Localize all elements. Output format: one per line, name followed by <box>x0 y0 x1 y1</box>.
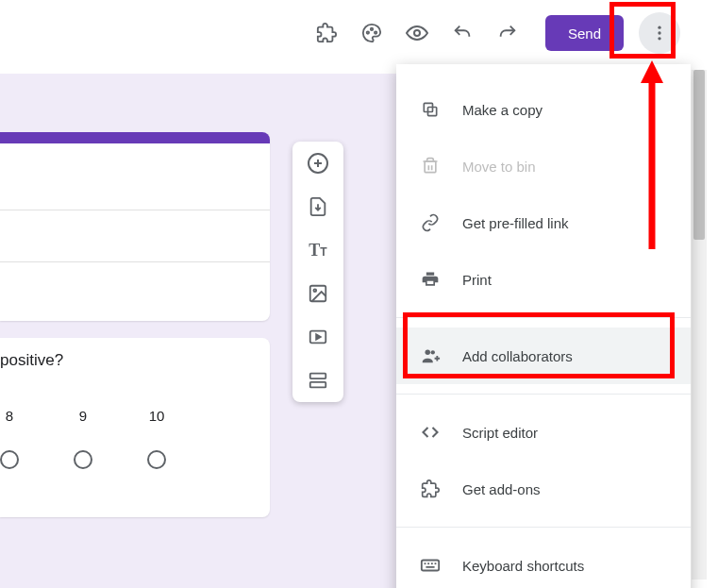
send-button[interactable]: Send <box>545 15 624 51</box>
menu-prefilled-link[interactable]: Get pre-filled link <box>396 194 691 251</box>
more-options-button[interactable] <box>639 12 680 54</box>
menu-item-label: Script editor <box>462 425 538 441</box>
keyboard-icon <box>419 554 442 577</box>
video-icon <box>308 327 328 347</box>
menu-item-label: Print <box>462 272 492 288</box>
undo-icon <box>452 23 473 43</box>
radio-icon[interactable] <box>147 450 166 469</box>
svg-rect-12 <box>310 382 326 388</box>
image-icon <box>308 283 328 304</box>
plus-circle-icon <box>307 152 329 175</box>
svg-rect-11 <box>310 374 326 379</box>
people-add-icon <box>419 344 442 367</box>
menu-divider <box>396 394 691 395</box>
add-question-button[interactable] <box>306 151 330 176</box>
svg-rect-19 <box>425 563 426 564</box>
theme-icon-button[interactable] <box>353 14 391 52</box>
form-accent-bar <box>0 132 270 143</box>
file-import-icon <box>308 196 328 217</box>
add-section-button[interactable] <box>306 368 330 393</box>
menu-item-label: Add collaborators <box>462 348 573 364</box>
svg-rect-20 <box>427 563 429 564</box>
addons-icon-button[interactable] <box>308 14 345 52</box>
svg-rect-23 <box>426 566 434 568</box>
svg-point-0 <box>367 31 369 33</box>
more-vert-icon <box>650 24 669 42</box>
scrollbar-thumb[interactable] <box>693 70 705 240</box>
svg-rect-18 <box>422 561 439 571</box>
linear-scale: 8 9 10 <box>0 408 270 469</box>
radio-icon[interactable] <box>74 450 92 469</box>
print-icon <box>419 268 442 291</box>
add-video-button[interactable] <box>306 325 330 349</box>
menu-item-label: Keyboard shortcuts <box>462 558 584 574</box>
svg-rect-21 <box>431 563 433 564</box>
floating-toolbar: TT <box>292 142 343 402</box>
menu-item-label: Get pre-filled link <box>462 215 569 231</box>
eye-icon <box>406 22 428 44</box>
add-image-button[interactable] <box>306 281 330 306</box>
palette-icon <box>361 23 382 43</box>
text-icon: TT <box>309 241 326 260</box>
scale-option[interactable]: 9 <box>74 408 92 469</box>
menu-print[interactable]: Print <box>396 251 691 308</box>
svg-point-9 <box>313 289 316 292</box>
svg-rect-22 <box>435 563 437 564</box>
menu-item-label: Get add-ons <box>462 481 541 497</box>
trash-icon <box>419 155 442 177</box>
menu-script-editor[interactable]: Script editor <box>396 404 691 461</box>
menu-make-copy[interactable]: Make a copy <box>396 81 691 138</box>
code-icon <box>419 421 442 444</box>
svg-point-1 <box>371 28 373 30</box>
vertical-scrollbar[interactable] <box>692 70 707 580</box>
svg-point-2 <box>375 31 376 33</box>
question-card[interactable]: positive? 8 9 10 <box>0 338 270 517</box>
menu-divider <box>396 527 691 528</box>
svg-rect-15 <box>425 161 436 173</box>
svg-point-16 <box>426 350 431 356</box>
scale-option[interactable]: 8 <box>0 408 19 469</box>
question-text: positive? <box>0 351 270 370</box>
import-questions-button[interactable] <box>306 194 330 219</box>
undo-icon-button[interactable] <box>443 14 481 52</box>
puzzle-icon <box>419 478 442 500</box>
preview-icon-button[interactable] <box>398 14 436 52</box>
menu-item-label: Move to bin <box>462 159 536 175</box>
section-icon <box>308 370 328 391</box>
menu-keyboard-shortcuts[interactable]: Keyboard shortcuts <box>396 537 691 588</box>
menu-item-label: Make a copy <box>462 102 543 118</box>
copy-icon <box>419 98 442 121</box>
menu-get-addons[interactable]: Get add-ons <box>396 461 691 517</box>
menu-divider <box>396 317 691 318</box>
more-options-menu: Make a copy Move to bin Get pre-filled l… <box>396 64 691 588</box>
svg-point-17 <box>431 350 435 354</box>
radio-icon[interactable] <box>0 450 19 469</box>
top-toolbar: Send <box>0 9 718 57</box>
link-icon <box>419 211 442 234</box>
redo-icon-button[interactable] <box>489 14 526 52</box>
form-header-card[interactable] <box>0 132 270 321</box>
scale-option[interactable]: 10 <box>147 408 166 469</box>
svg-point-6 <box>658 37 660 40</box>
menu-move-to-bin: Move to bin <box>396 138 691 194</box>
svg-point-5 <box>658 31 660 34</box>
menu-add-collaborators[interactable]: Add collaborators <box>396 328 691 384</box>
svg-point-3 <box>414 30 420 36</box>
add-title-button[interactable]: TT <box>306 238 330 262</box>
svg-point-4 <box>658 26 660 29</box>
puzzle-icon <box>316 23 337 43</box>
redo-icon <box>497 23 518 43</box>
